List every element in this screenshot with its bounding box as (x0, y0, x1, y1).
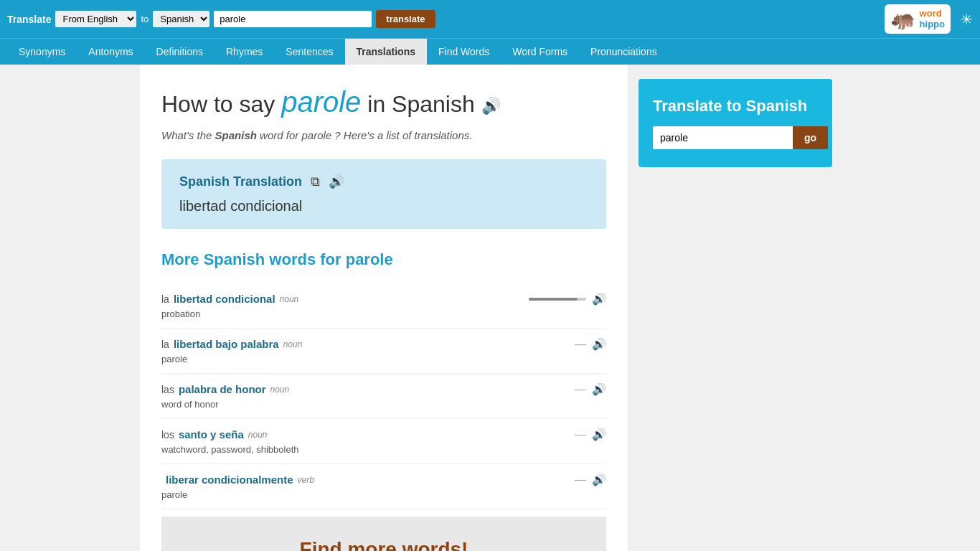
dash-icon: — (575, 338, 586, 351)
sound-button[interactable]: 🔊 (592, 337, 606, 351)
word-row-top: la libertad condicional noun 🔊 (161, 292, 606, 306)
sound-button[interactable]: 🔊 (592, 428, 606, 441)
word-row: los santo y seña noun — 🔊 watchword, pas… (161, 419, 606, 464)
word-link[interactable]: libertad condicional (174, 293, 275, 305)
subtitle: What's the Spanish word for parole ? Her… (161, 129, 606, 141)
word-row: liberar condicionalmente verb — 🔊 parole (161, 464, 606, 509)
word-row-top: las palabra de honor noun — 🔊 (161, 382, 606, 396)
word-pos: verb (298, 475, 314, 485)
word-row: la libertad condicional noun 🔊 probation (161, 283, 606, 329)
word-row: la libertad bajo palabra noun — 🔊 parole (161, 329, 606, 374)
word-row-top: liberar condicionalmente verb — 🔊 (161, 473, 606, 486)
dash-icon: — (575, 383, 586, 396)
nav-synonyms[interactable]: Synonyms (7, 39, 77, 65)
sound-button[interactable]: 🔊 (592, 382, 606, 396)
content-area: How to say parole in Spanish 🔊 What's th… (140, 65, 628, 551)
word-row-controls: — 🔊 (575, 337, 606, 351)
word-meaning: parole (161, 354, 606, 364)
sound-icon-main[interactable]: 🔊 (481, 97, 501, 116)
word-link[interactable]: palabra de honor (179, 383, 266, 395)
word-article: las (161, 384, 174, 395)
main-wrapper: How to say parole in Spanish 🔊 What's th… (0, 65, 980, 551)
sidebar-input-row: go (653, 126, 818, 149)
sound-button[interactable]: 🔊 (592, 473, 606, 486)
more-words-title: More Spanish words for parole (161, 250, 606, 269)
nav-translations[interactable]: Translations (345, 39, 427, 65)
word-row: las palabra de honor noun — 🔊 word of ho… (161, 374, 606, 419)
from-language-select[interactable]: From English From Spanish From French Fr… (55, 11, 136, 27)
translate-button[interactable]: translate (376, 10, 435, 28)
word-row-top: los santo y seña noun — 🔊 (161, 428, 606, 441)
word-list: la libertad condicional noun 🔊 probation (161, 283, 606, 509)
search-input[interactable] (214, 11, 372, 27)
sound-icon-card[interactable]: 🔊 (329, 174, 344, 189)
right-sidebar: Translate to Spanish go (628, 65, 843, 551)
heading-prefix: How to say (161, 91, 275, 117)
sound-button[interactable]: 🔊 (592, 292, 606, 306)
word-link[interactable]: santo y seña (179, 428, 244, 441)
word-row-controls: — 🔊 (575, 428, 606, 441)
translation-value: libertad condicional (179, 198, 588, 215)
nav-pronunciations[interactable]: Pronunciations (579, 39, 669, 65)
word-meaning: probation (161, 309, 606, 319)
to-language-select[interactable]: Spanish French German Italian (153, 11, 209, 27)
word-row-top: la libertad bajo palabra noun — 🔊 (161, 337, 606, 351)
word-row-controls: 🔊 (529, 292, 606, 306)
logo: 🦛 word hippo (885, 4, 951, 34)
progress-bar-container (529, 298, 586, 301)
nav-antonyms[interactable]: Antonyms (77, 39, 144, 65)
word-pos: noun (270, 385, 290, 395)
translate-label: Translate (7, 14, 51, 25)
dash-icon: — (575, 428, 586, 441)
word-pos: noun (280, 294, 299, 304)
word-meaning: watchword, password, shibboleth (161, 444, 606, 455)
nav-definitions[interactable]: Definitions (145, 39, 215, 65)
word-link[interactable]: libertad bajo palabra (174, 338, 279, 350)
nav-find-words[interactable]: Find Words (427, 39, 501, 65)
copy-icon[interactable]: ⧉ (311, 174, 320, 189)
translation-card-header: Spanish Translation ⧉ 🔊 (179, 174, 588, 189)
subtitle-word: parole (301, 129, 331, 141)
subtitle-lang: Spanish (215, 129, 257, 141)
nav-sentences[interactable]: Sentences (274, 39, 344, 65)
subtitle-prefix: What's the (161, 129, 212, 141)
sidebar-translate-title: Translate to Spanish (653, 97, 818, 116)
sidebar-search-input[interactable] (653, 126, 793, 149)
translation-card: Spanish Translation ⧉ 🔊 libertad condici… (161, 159, 606, 229)
word-row-left: los santo y seña noun (161, 428, 575, 441)
word-meaning: parole (161, 489, 606, 500)
sidebar-go-button[interactable]: go (793, 126, 828, 149)
word-row-controls: — 🔊 (575, 382, 606, 396)
progress-bar-fill (529, 298, 578, 301)
heading-word: parole (281, 86, 361, 118)
word-article: los (161, 429, 174, 441)
star-icon: ✳ (961, 11, 973, 28)
left-spacer (0, 65, 140, 551)
word-row-left: la libertad condicional noun (161, 293, 529, 305)
top-bar: Translate From English From Spanish From… (0, 0, 980, 38)
word-meaning: word of honor (161, 399, 606, 410)
nav-bar: Synonyms Antonyms Definitions Rhymes Sen… (0, 38, 980, 65)
subtitle-mid: word for (260, 129, 301, 141)
translation-card-title: Spanish Translation (179, 174, 302, 189)
word-row-left: la libertad bajo palabra noun (161, 338, 575, 350)
dash-icon: — (575, 474, 586, 486)
nav-rhymes[interactable]: Rhymes (215, 39, 274, 65)
word-row-left: las palabra de honor noun (161, 383, 575, 395)
word-link[interactable]: liberar condicionalmente (166, 474, 293, 486)
page-heading: How to say parole in Spanish 🔊 (161, 86, 606, 118)
to-label: to (141, 14, 149, 24)
nav-word-forms[interactable]: Word Forms (501, 39, 579, 65)
word-pos: noun (248, 430, 268, 440)
find-more-title: Find more words! (183, 538, 585, 551)
subtitle-end: ? Here's a list of translations. (334, 129, 472, 141)
sidebar-translate-box: Translate to Spanish go (639, 79, 832, 167)
find-more-section: Find more words! (161, 517, 606, 551)
word-pos: noun (283, 339, 303, 349)
word-row-left: liberar condicionalmente verb (161, 474, 575, 486)
word-row-controls: — 🔊 (575, 473, 606, 486)
heading-suffix: in Spanish (367, 91, 474, 117)
word-article: la (161, 339, 169, 350)
word-article: la (161, 293, 169, 305)
